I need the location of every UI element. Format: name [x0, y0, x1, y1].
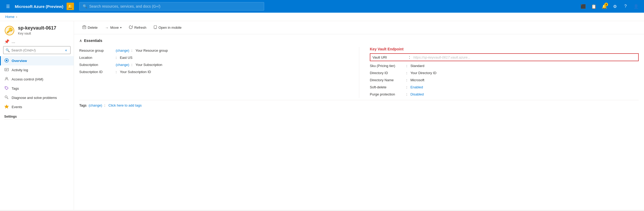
sidebar: 🔑 sp-keyvault-0617 Key vault 📌 ... 🔍 « — [0, 21, 74, 210]
resource-group-label: Resource group — [79, 49, 114, 52]
directory-id-value: Your Directory ID — [410, 71, 437, 75]
tags-change-link[interactable]: (change) — [88, 103, 102, 107]
azure-icon: 🔔 — [67, 3, 74, 10]
soft-delete-value[interactable]: Enabled — [410, 85, 423, 89]
tags-section: Tags (change) : Click here to add tags — [79, 100, 639, 111]
access-control-icon — [4, 77, 9, 82]
delete-label: Delete — [88, 26, 98, 30]
sidebar-item-label: Access control (IAM) — [12, 77, 43, 81]
help-icon: ? — [624, 4, 627, 9]
vault-uri-label: Vault URI — [372, 55, 407, 59]
essentials-header: ∧ Essentials — [79, 39, 639, 43]
tags-row: Tags (change) : Click here to add tags — [79, 103, 639, 107]
overview-icon — [4, 58, 9, 63]
svg-point-10 — [5, 96, 7, 98]
sidebar-item-overview[interactable]: Overview — [0, 56, 74, 65]
tags-add-link[interactable]: Click here to add tags — [108, 103, 142, 107]
purge-protection-value[interactable]: Disabled — [410, 92, 424, 96]
hamburger-menu[interactable]: ☰ — [3, 2, 13, 11]
sidebar-item-diagnose[interactable]: Diagnose and solve problems — [0, 93, 74, 102]
screen-icon-btn[interactable]: ⬛ — [578, 2, 588, 11]
notifications-btn[interactable]: 🔔 1 — [600, 2, 609, 11]
field-subscription: Subscription (change) : Your Subscriptio… — [79, 61, 348, 68]
sidebar-search-input[interactable] — [11, 48, 62, 52]
sidebar-collapse-btn[interactable]: « — [64, 47, 68, 53]
events-icon — [4, 104, 9, 109]
soft-delete-label: Soft-delete — [370, 85, 404, 89]
field-soft-delete: Soft-delete : Enabled — [370, 84, 639, 91]
notification-badge: 1 — [604, 3, 608, 6]
clipboard-icon-btn[interactable]: 📋 — [589, 2, 599, 11]
svg-rect-17 — [83, 26, 85, 26]
sidebar-item-label: Diagnose and solve problems — [12, 96, 57, 100]
subscription-change-link[interactable]: (change) — [116, 63, 129, 67]
search-input[interactable] — [89, 4, 261, 8]
breadcrumb-separator: › — [16, 15, 17, 19]
directory-name-label: Directory Name — [370, 78, 404, 82]
settings-btn[interactable]: ⚙ — [610, 2, 620, 11]
field-location: Location : East US — [79, 54, 348, 61]
screen-icon: ⬛ — [581, 4, 586, 9]
resource-icon: 🔑 — [4, 25, 15, 36]
refresh-icon — [129, 25, 133, 30]
directory-id-label: Directory ID — [370, 71, 404, 75]
help-btn[interactable]: ? — [621, 2, 630, 11]
location-label: Location — [79, 56, 114, 60]
sidebar-item-label: Overview — [12, 59, 27, 63]
sku-label: Sku (Pricing tier) — [370, 64, 404, 68]
user-btn[interactable]: 👤 — [631, 2, 641, 11]
pin-icon[interactable]: 📌 — [4, 39, 10, 44]
essentials-grid: Resource group (change) : Your Resource … — [79, 47, 639, 98]
field-directory-name: Directory Name : Microsoft — [370, 76, 639, 84]
move-label: Move — [110, 26, 119, 30]
diagnose-icon — [4, 95, 9, 100]
resource-group-value: Your Resource group — [136, 49, 168, 52]
sidebar-item-access-control[interactable]: Access control (IAM) — [0, 75, 74, 84]
vault-uri-row: Vault URI : https://sp-keyvault-0617.vau… — [370, 53, 639, 61]
tags-label: Tags — [79, 103, 86, 107]
purge-protection-label: Purge protection — [370, 92, 404, 96]
subscription-id-value: Your Subscription ID — [120, 70, 151, 74]
essentials-toggle[interactable]: ∧ — [79, 39, 82, 43]
refresh-button[interactable]: Refresh — [126, 24, 150, 31]
sidebar-item-label: Activity log — [12, 68, 28, 72]
open-mobile-button[interactable]: Open in mobile — [151, 24, 185, 31]
sidebar-item-label: Tags — [12, 87, 19, 90]
sidebar-search-box[interactable]: 🔍 « — [3, 46, 71, 54]
content-area: ∧ Essentials Resource group (change) : Y… — [74, 34, 644, 210]
sidebar-item-events[interactable]: Events — [0, 102, 74, 112]
move-button[interactable]: → Move ▾ — [102, 24, 125, 31]
main-content: Delete → Move ▾ Refresh Open in mobile — [74, 21, 644, 210]
sidebar-item-label: Events — [12, 105, 22, 109]
location-value: East US — [120, 56, 133, 60]
resource-group-change-link[interactable]: (change) — [116, 49, 129, 52]
open-mobile-label: Open in mobile — [158, 26, 181, 30]
field-subscription-id: Subscription ID : Your Subscription ID — [79, 68, 348, 75]
svg-point-9 — [6, 87, 6, 88]
essentials-left-column: Resource group (change) : Your Resource … — [79, 47, 359, 98]
vault-uri-value: https://sp-keyvault-0617.vault.azure... — [413, 55, 470, 59]
sidebar-item-activity-log[interactable]: Activity log — [0, 65, 74, 75]
mobile-icon — [154, 25, 157, 30]
app-title: Microsoft Azure (Preview) — [15, 4, 63, 9]
sku-value: Standard — [410, 64, 424, 68]
user-icon: 👤 — [633, 4, 639, 9]
global-search[interactable]: 🔍 — [79, 2, 264, 11]
field-resource-group: Resource group (change) : Your Resource … — [79, 47, 348, 54]
settings-section-title: Settings — [0, 112, 74, 119]
svg-marker-12 — [4, 105, 9, 108]
subscription-label: Subscription — [79, 63, 114, 67]
svg-rect-5 — [5, 68, 8, 71]
sidebar-item-tags[interactable]: Tags — [0, 84, 74, 93]
sidebar-search-icon: 🔍 — [6, 48, 10, 52]
svg-point-4 — [6, 60, 7, 61]
hamburger-icon: ☰ — [6, 4, 10, 9]
resource-actions: 📌 ... — [0, 39, 74, 46]
subscription-id-label: Subscription ID — [79, 70, 114, 74]
kv-endpoint-title: Key Vault Endpoint — [370, 47, 639, 51]
sidebar-nav: Overview Activity log Access control (IA… — [0, 56, 74, 210]
more-actions-icon[interactable]: ... — [12, 39, 15, 44]
breadcrumb-home[interactable]: Home — [5, 15, 15, 19]
refresh-label: Refresh — [134, 26, 146, 30]
delete-button[interactable]: Delete — [79, 24, 101, 31]
